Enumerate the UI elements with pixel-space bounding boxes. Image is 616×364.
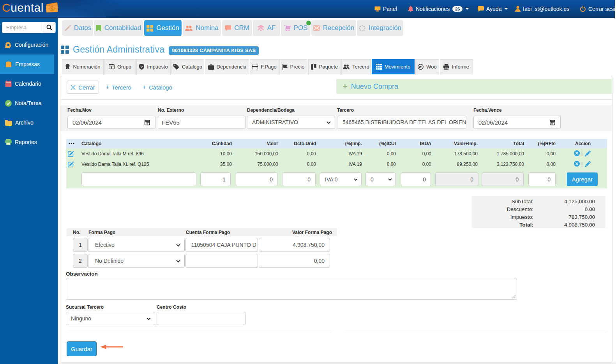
svg-text:$: $: [51, 7, 53, 11]
